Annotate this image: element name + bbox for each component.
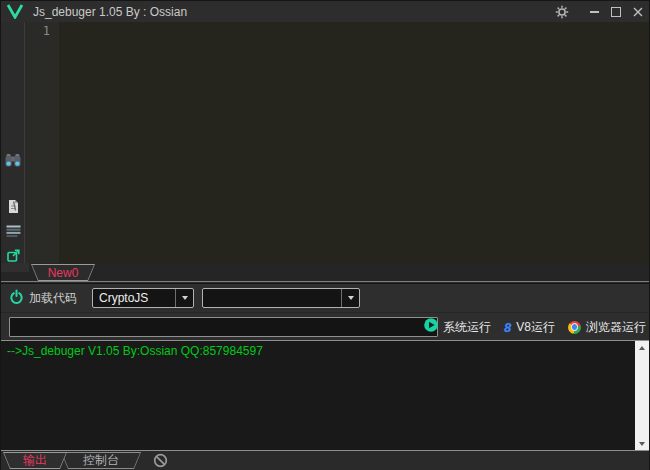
system-run-button[interactable]: 系统运行	[424, 318, 491, 336]
v8-run-button[interactable]: 8 V8运行	[504, 319, 555, 336]
tab-new0-label: New0	[32, 265, 94, 280]
scroll-down-icon[interactable]	[635, 437, 649, 450]
close-icon[interactable]	[627, 1, 649, 22]
tab-output[interactable]: 输出	[3, 452, 67, 469]
run-bar: 系统运行 8 V8运行 浏览器运行	[1, 312, 649, 340]
v8-run-label: V8运行	[516, 319, 555, 336]
sidebar-stub	[1, 263, 29, 272]
load-code-button[interactable]: 加载代码	[9, 289, 77, 308]
binoculars-icon[interactable]	[1, 153, 25, 168]
minimize-icon[interactable]	[583, 1, 605, 22]
output-scrollbar[interactable]	[635, 341, 649, 450]
editor-gutter: 1	[26, 22, 59, 263]
tab-new0[interactable]: New0	[31, 264, 95, 281]
app-window: Js_debuger 1.05 By : Ossian	[0, 0, 650, 470]
line-number: 1	[26, 22, 59, 38]
output-panel: -->Js_debuger V1.05 By:Ossian QQ:8579845…	[1, 340, 649, 451]
load-code-label: 加载代码	[29, 290, 77, 307]
toolbar: 加载代码 CryptoJS	[1, 283, 649, 312]
script-select[interactable]: CryptoJS	[92, 288, 194, 308]
play-icon	[424, 318, 438, 336]
v-logo-icon	[6, 4, 24, 19]
v8-icon: 8	[504, 321, 511, 334]
system-run-label: 系统运行	[443, 319, 491, 336]
editor-tab-strip: New0	[1, 263, 649, 282]
open-external-icon[interactable]	[1, 249, 25, 262]
window-controls	[551, 1, 649, 22]
list-icon[interactable]	[1, 225, 25, 237]
command-input[interactable]	[9, 317, 438, 337]
output-line: -->Js_debuger V1.05 By:Ossian QQ:8579845…	[1, 341, 649, 361]
tab-console-label: 控制台	[62, 453, 140, 468]
prohibition-icon[interactable]	[153, 453, 168, 470]
title-bar: Js_debuger 1.05 By : Ossian	[1, 1, 649, 23]
secondary-select-arrow[interactable]	[341, 289, 359, 307]
script-select-value: CryptoJS	[93, 291, 175, 305]
run-buttons: 系统运行 8 V8运行 浏览器运行	[411, 313, 646, 341]
gear-icon[interactable]	[551, 1, 573, 22]
tab-console[interactable]: 控制台	[61, 452, 141, 469]
window-title: Js_debuger 1.05 By : Ossian	[33, 5, 187, 19]
maximize-icon[interactable]	[605, 1, 627, 22]
script-select-arrow[interactable]	[175, 289, 193, 307]
secondary-select[interactable]	[202, 288, 360, 308]
power-icon	[9, 289, 24, 308]
tab-output-label: 输出	[4, 453, 66, 468]
document-icon[interactable]	[1, 199, 25, 214]
code-editor[interactable]	[59, 22, 649, 263]
scroll-up-icon[interactable]	[635, 341, 649, 354]
chrome-icon	[568, 321, 581, 334]
browser-run-button[interactable]: 浏览器运行	[568, 319, 646, 336]
browser-run-label: 浏览器运行	[586, 319, 646, 336]
bottom-tab-bar: 控制台 输出	[1, 451, 649, 470]
editor-sidebar	[1, 22, 25, 263]
